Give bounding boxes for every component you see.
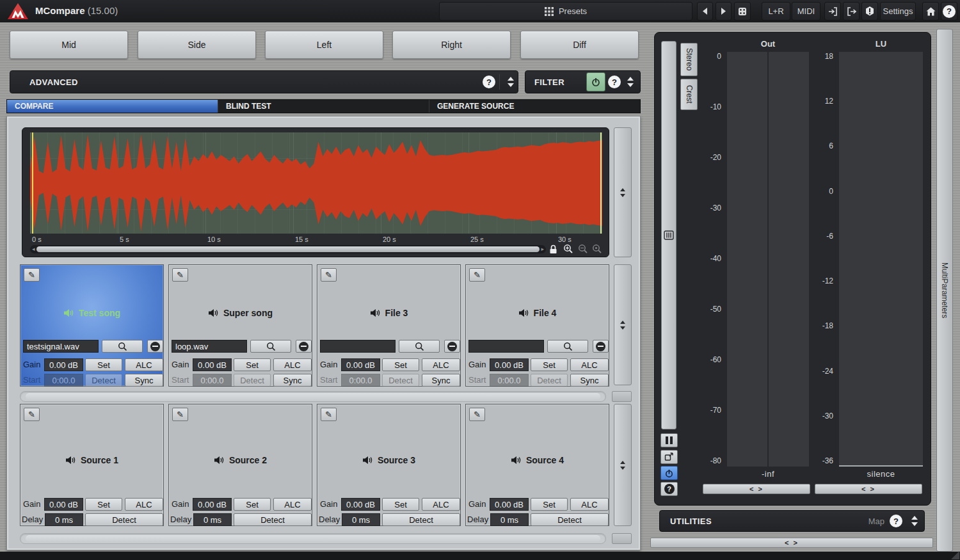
channel-button-mid[interactable]: Mid [10,31,128,59]
filter-collapse-button[interactable] [623,77,637,87]
midi-button[interactable]: MIDI [792,2,820,20]
utilities-bar[interactable]: UTILITIES Map ? [659,510,925,532]
advanced-collapse-button[interactable] [504,77,518,87]
set-gain-button[interactable]: Set [234,498,271,511]
channel-button-diff[interactable]: Diff [520,31,639,59]
browse-file-button[interactable] [250,340,291,353]
edit-slot-button[interactable]: ✎ [24,268,40,282]
detect-delay-button[interactable]: Detect [531,513,609,526]
set-gain-button[interactable]: Set [531,358,568,371]
preset-next-button[interactable] [716,2,732,20]
set-gain-button[interactable]: Set [531,498,568,511]
sync-button[interactable]: Sync [273,374,312,387]
waveform-scrollbar[interactable]: ◂ ▸ [30,245,546,253]
import-settings-button[interactable] [824,2,841,20]
lu-meter-range-slider[interactable]: < > [815,484,922,494]
waveform-resize-handle[interactable] [614,127,632,257]
meter-power-button[interactable] [660,466,678,480]
settings-button[interactable]: Settings [880,2,916,20]
alc-button[interactable]: ALC [273,498,312,511]
randomize-button[interactable] [734,2,751,20]
zoom-out-button[interactable] [577,243,589,255]
filter-power-button[interactable] [586,72,605,92]
set-gain-button[interactable]: Set [85,358,122,371]
remove-file-button[interactable] [147,340,163,353]
panel-width-slider[interactable]: < > [650,538,933,548]
alc-button[interactable]: ALC [273,358,312,371]
edit-slot-button[interactable]: ✎ [172,408,188,421]
delay-value[interactable]: 0 ms [193,513,232,526]
scrollbar-thumb[interactable] [26,535,600,542]
source-slot-title[interactable]: Source 4 [466,453,609,467]
file-slot-3[interactable]: ✎ File 3 Gain 0.00 dB Set ALC Start 0:00… [317,264,461,387]
gain-value[interactable]: 0.00 dB [341,358,380,371]
browse-file-button[interactable] [547,340,588,353]
scroll-right-arrow-icon[interactable]: ▸ [541,246,544,252]
channel-button-side[interactable]: Side [138,31,256,59]
waveform-display[interactable] [30,132,602,234]
out-meter-range-slider[interactable]: < > [703,484,810,494]
lu-meter[interactable] [839,52,923,467]
sync-button[interactable]: Sync [570,374,609,387]
tab-compare[interactable]: COMPARE [7,100,218,113]
file-name-field[interactable]: testsignal.wav [23,340,99,353]
file-name-field[interactable] [468,340,544,353]
file-row-resize-handle[interactable] [614,264,632,385]
map-button[interactable]: Map [868,516,884,526]
source-slot-title[interactable]: Source 3 [317,453,460,467]
edit-slot-button[interactable]: ✎ [469,408,485,421]
multiparameters-strip[interactable]: MultiParameters [936,29,953,552]
set-gain-button[interactable]: Set [85,498,122,511]
edit-slot-button[interactable]: ✎ [321,408,337,421]
lr-channels-button[interactable]: L+R [762,2,790,20]
meter-popout-button[interactable] [660,450,678,464]
edit-slot-button[interactable]: ✎ [24,408,40,421]
melda-logo-icon[interactable] [7,3,29,20]
gain-value[interactable]: 0.00 dB [341,498,380,511]
presets-button[interactable]: Presets [439,2,692,20]
preset-previous-button[interactable] [697,2,713,20]
out-meter[interactable] [727,52,809,467]
sync-button[interactable]: Sync [125,374,163,387]
remove-file-button[interactable] [444,340,460,353]
notifications-button[interactable] [861,2,878,20]
delay-value[interactable]: 0 ms [45,513,83,526]
tab-generate-source[interactable]: GENERATE SOURCE [429,100,640,113]
utilities-help-button[interactable]: ? [890,515,902,527]
gain-value[interactable]: 0.00 dB [193,498,232,511]
channel-button-right[interactable]: Right [392,31,511,59]
scroll-left-arrow-icon[interactable]: ◂ [32,246,35,252]
alc-button[interactable]: ALC [125,498,163,511]
edit-slot-button[interactable]: ✎ [172,268,188,282]
advanced-bar[interactable]: ADVANCED ? [10,70,518,93]
source-slot-title[interactable]: Source 2 [169,453,312,467]
source-row-scrollbar[interactable] [20,533,606,544]
delay-value[interactable]: 0 ms [342,513,380,526]
source-slot-2[interactable]: ✎ Source 2 Gain 0.00 dB Set ALC Delay 0 … [168,404,312,526]
filter-help-button[interactable]: ? [608,76,621,88]
gain-value[interactable]: 0.00 dB [44,358,83,371]
file-name-field[interactable] [320,340,396,353]
gain-value[interactable]: 0.00 dB [490,358,529,371]
file-slot-title[interactable]: Super song [169,306,312,320]
gain-value[interactable]: 0.00 dB [490,498,529,511]
source-slot-4[interactable]: ✎ Source 4 Gain 0.00 dB Set ALC Delay 0 … [465,404,609,526]
zoom-fit-button[interactable] [591,243,603,255]
export-settings-button[interactable] [843,2,860,20]
gain-value[interactable]: 0.00 dB [44,498,83,511]
delay-value[interactable]: 0 ms [490,513,529,526]
set-gain-button[interactable]: Set [382,498,419,511]
file-row-scrollbar[interactable] [20,391,606,402]
source-row-resize-handle[interactable] [614,404,632,526]
detect-delay-button[interactable]: Detect [382,513,460,526]
file-slot-title[interactable]: File 4 [466,306,609,320]
resize-grip[interactable] [951,551,959,559]
file-slot-title[interactable]: File 3 [317,306,460,320]
browse-file-button[interactable] [399,340,440,353]
file-name-field[interactable]: loop.wav [172,340,247,353]
waveform-scrollbar-thumb[interactable] [36,246,540,252]
meter-settings-strip[interactable] [661,41,676,429]
channel-button-left[interactable]: Left [265,31,383,59]
advanced-help-button[interactable]: ? [483,76,495,88]
remove-file-button[interactable] [296,340,312,353]
